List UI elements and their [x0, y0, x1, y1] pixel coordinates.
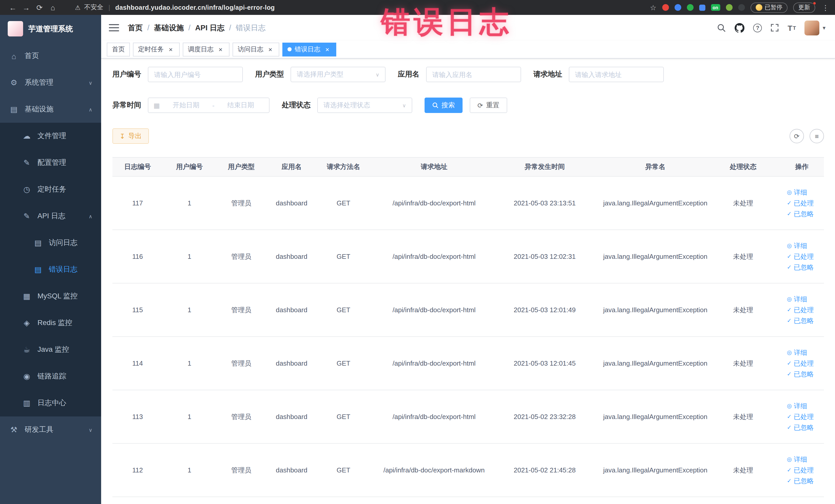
tab-close-icon[interactable]: × [167, 45, 175, 53]
sidebar-item-api-log[interactable]: ✎API 日志∧ [0, 203, 101, 229]
sidebar-item-error-log[interactable]: ▤错误日志 [0, 256, 101, 283]
chevron-up-icon: ∧ [88, 213, 93, 219]
sidebar-item-dev-tools[interactable]: ⚒研发工具∨ [0, 417, 101, 443]
action-ignore-link[interactable]: ✓已忽略 [787, 315, 814, 326]
search-icon[interactable] [717, 23, 726, 32]
cell-url: /api/infra/db-doc/export-html [370, 390, 498, 443]
browser-menu-icon[interactable]: ⋮ [822, 3, 829, 12]
sidebar-item-infra[interactable]: ▤基础设施∧ [0, 96, 101, 123]
user-type-label: 用户类型 [255, 70, 284, 79]
back-button[interactable]: ← [6, 3, 20, 12]
sidebar-item-system[interactable]: ⚙系统管理∨ [0, 69, 101, 96]
sidebar-item-config[interactable]: ✎配置管理 [0, 149, 101, 176]
app-name-input[interactable] [426, 67, 521, 82]
tab-job-log[interactable]: 调度日志× [183, 42, 229, 56]
table-row: 1171管理员dashboardGET/api/infra/db-doc/exp… [113, 176, 824, 230]
export-button[interactable]: ↧ 导出 [113, 128, 149, 144]
cell-actions: ◎详细✓已处理✓已忽略 [767, 443, 824, 497]
app-logo[interactable]: 芋道管理系统 [0, 15, 101, 43]
action-processed-link[interactable]: ✓已处理 [787, 251, 814, 262]
user-type-select[interactable]: 请选择用户类型 ∨ [290, 67, 386, 82]
action-detail-link[interactable]: ◎详细 [787, 401, 814, 411]
search-button[interactable]: 搜索 [425, 98, 463, 113]
breadcrumb-separator: / [147, 24, 149, 32]
breadcrumb-item[interactable]: 基础设施 [154, 23, 184, 33]
breadcrumb-item[interactable]: API 日志 [195, 23, 224, 33]
font-size-icon[interactable]: TT [788, 23, 796, 32]
action-processed-link[interactable]: ✓已处理 [787, 465, 814, 476]
user-menu[interactable]: ▾ [805, 20, 826, 35]
process-status-select[interactable]: 请选择处理状态 ∨ [317, 98, 412, 113]
action-processed-link[interactable]: ✓已处理 [787, 358, 814, 369]
action-ignore-link[interactable]: ✓已忽略 [787, 422, 814, 433]
action-ignore-link[interactable]: ✓已忽略 [787, 369, 814, 380]
breadcrumb-item[interactable]: 首页 [128, 23, 143, 33]
filter-exception-time: 异常时间 ▦ 开始日期 - 结束日期 [113, 98, 269, 113]
tab-close-icon[interactable]: × [323, 45, 331, 53]
sidebar-item-mysql[interactable]: ▦MySQL 监控 [0, 283, 101, 310]
sidebar-item-trace[interactable]: ◉链路追踪 [0, 363, 101, 390]
sidebar-item-file[interactable]: ☁文件管理 [0, 123, 101, 149]
sidebar-item-home[interactable]: ⌂首页 [0, 43, 101, 69]
fullscreen-icon[interactable] [771, 24, 779, 32]
reset-button[interactable]: ⟳ 重置 [470, 98, 507, 113]
help-icon[interactable]: ? [753, 23, 762, 32]
refresh-icon: ⟳ [794, 132, 799, 140]
tab-access-log[interactable]: 访问日志× [232, 42, 279, 56]
app-title: 芋道管理系统 [28, 24, 73, 34]
reload-button[interactable]: ⟳ [33, 3, 46, 12]
update-button[interactable]: 更新 [793, 2, 815, 13]
row-actions: ◎详细✓已处理✓已忽略 [787, 347, 814, 380]
sidebar-item-redis[interactable]: ◈Redis 监控 [0, 310, 101, 336]
user-id-input[interactable] [148, 67, 243, 82]
action-detail-link[interactable]: ◎详细 [787, 294, 814, 304]
action-ignore-link[interactable]: ✓已忽略 [787, 476, 814, 486]
action-processed-link[interactable]: ✓已处理 [787, 198, 814, 208]
action-ignore-link[interactable]: ✓已忽略 [787, 262, 814, 273]
column-settings-button[interactable]: ≡ [810, 129, 824, 143]
extension-on-badge-icon[interactable]: on [711, 4, 720, 11]
sidebar-item-access-log[interactable]: ▤访问日志 [0, 229, 101, 256]
action-detail-link[interactable]: ◎详细 [787, 187, 814, 198]
cell-id: 117 [113, 176, 163, 230]
address-bar[interactable]: ⚠ 不安全 | dashboard.yudao.iocoder.cn/infra… [75, 3, 644, 12]
action-ignore-link[interactable]: ✓已忽略 [787, 208, 814, 219]
bookmark-star-icon[interactable]: ☆ [650, 3, 656, 12]
paused-badge[interactable]: 已暂停 [750, 2, 788, 13]
request-url-input[interactable] [569, 67, 664, 82]
tab-close-icon[interactable]: × [217, 45, 224, 53]
browser-home-button[interactable]: ⌂ [46, 3, 60, 12]
refresh-table-button[interactable]: ⟳ [790, 129, 804, 143]
action-processed-link[interactable]: ✓已处理 [787, 304, 814, 315]
tab-scheduled-job[interactable]: 定时任务× [133, 42, 180, 56]
sidebar-item-log-center[interactable]: ▥日志中心 [0, 390, 101, 417]
chevron-down-icon: ▾ [823, 24, 826, 31]
page-content: 用户编号 用户类型 请选择用户类型 ∨ 应用名 [101, 59, 835, 504]
forward-button[interactable]: → [20, 3, 33, 12]
row-actions: ◎详细✓已处理✓已忽略 [787, 187, 814, 219]
sidebar-item-label: 文件管理 [38, 132, 66, 141]
extension-icon[interactable] [738, 4, 745, 11]
sidebar-item-label: 基础设施 [25, 105, 54, 114]
extension-icon[interactable] [674, 4, 681, 11]
sidebar-item-job[interactable]: ◷定时任务 [0, 176, 101, 203]
action-detail-link[interactable]: ◎详细 [787, 240, 814, 251]
row-actions: ◎详细✓已处理✓已忽略 [787, 294, 814, 326]
tab-error-log[interactable]: 错误日志× [282, 42, 336, 56]
github-icon[interactable] [735, 23, 745, 33]
action-detail-link[interactable]: ◎详细 [787, 347, 814, 358]
tab-close-icon[interactable]: × [266, 45, 274, 53]
exception-time-range-picker[interactable]: ▦ 开始日期 - 结束日期 [148, 98, 269, 113]
extension-icon[interactable] [726, 4, 732, 11]
extension-icon[interactable] [662, 4, 669, 11]
extension-icon[interactable] [699, 4, 705, 11]
hamburger-icon[interactable] [109, 24, 119, 32]
action-processed-link[interactable]: ✓已处理 [787, 411, 814, 422]
check-icon: ✓ [787, 422, 792, 433]
tab-home[interactable]: 首页 [107, 42, 130, 56]
cell-id: 115 [113, 283, 163, 337]
action-detail-link[interactable]: ◎详细 [787, 454, 814, 465]
cell-status: 未处理 [719, 176, 767, 230]
sidebar-item-java[interactable]: ☕Java 监控 [0, 336, 101, 363]
extension-icon[interactable] [687, 4, 693, 11]
